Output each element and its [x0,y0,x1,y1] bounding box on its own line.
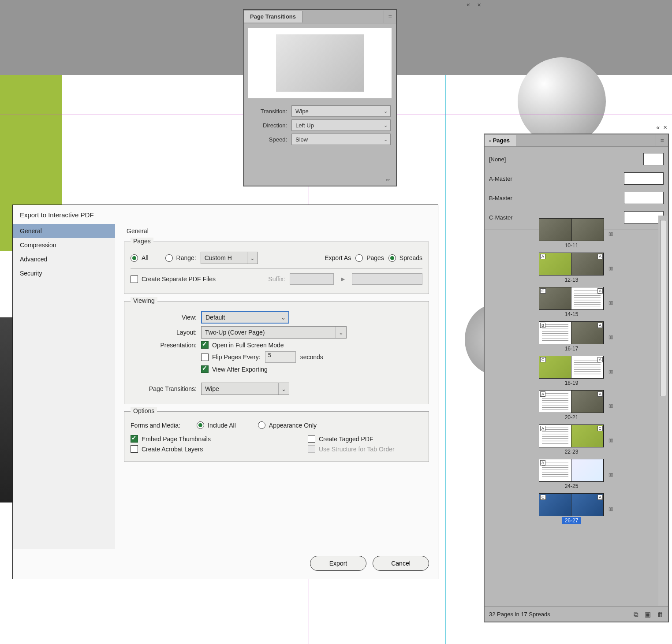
radio-dot-icon [388,254,396,262]
view-value: Default [205,314,225,321]
edit-page-size-icon[interactable]: ⧉ [634,610,638,618]
seconds-label: seconds [300,354,323,361]
radio-appearance-only[interactable]: Appearance Only [258,421,317,429]
spread[interactable]: ▯▯10-11 [539,218,604,249]
check-acrobat-layers[interactable]: Create Acrobat Layers [131,445,203,453]
transition-value: Wipe [295,108,309,115]
sidebar-item-security[interactable]: Security [13,266,115,280]
scrollbar-thumb[interactable] [660,220,666,396]
pages-tab[interactable]: Pages [485,135,516,146]
delete-page-icon[interactable]: 🗑 [657,610,664,618]
check-fullscreen[interactable]: Open in Full Screen Mode [201,341,284,349]
spread[interactable]: CA▯▯26-27 [539,493,604,524]
spread[interactable]: BA▯▯16-17 [539,321,604,352]
spread-thumb[interactable]: BA [539,321,604,344]
spread-thumb[interactable]: AC [539,424,604,447]
master-badge: A [540,254,545,259]
pages-tab-label: Pages [493,137,510,144]
radio-dot-icon [165,254,173,262]
cancel-button[interactable]: Cancel [373,556,429,571]
transition-preview [276,34,364,92]
radio-pages[interactable]: Pages [355,254,384,262]
direction-value: Left Up [295,122,314,129]
spread-thumb[interactable]: CA [539,493,604,516]
check-view-after[interactable]: View After Exporting [201,365,268,373]
panel-menu-icon[interactable]: ≡ [656,134,668,147]
spreads-section[interactable]: ▯▯10-11AA▯▯12-13CA▯▯14-15BA▯▯16-17CA▯▯18… [485,216,658,606]
radio-spreads-label: Spreads [399,254,422,261]
panel-menu-icon[interactable]: ≡ [384,11,396,23]
guide-vertical-cyan [445,75,446,644]
check-separate-files[interactable]: Create Separate PDF Files [131,275,216,283]
spread[interactable]: A▯▯24-25 [539,459,604,490]
radio-range[interactable]: Range: [165,254,196,262]
radio-include-all[interactable]: Include All [197,421,236,429]
page-transitions-tab[interactable]: Page Transitions [244,11,302,22]
panel-close-icon[interactable] [475,1,482,8]
spread[interactable]: AA▯▯20-21 [539,390,604,421]
spread-transition-icon: ▯▯ [609,300,613,305]
spread-label: 24-25 [562,483,581,490]
export-button[interactable]: Export [310,556,366,571]
spread-thumb[interactable]: AA [539,253,604,275]
spread-label: 20-21 [562,414,581,421]
master-badge: A [597,288,603,294]
speed-label: Speed: [249,136,287,143]
check-flip-pages[interactable]: Flip Pages Every: [201,354,261,361]
apply-to-all-spreads-icon[interactable]: ▫▫ [384,176,392,184]
radio-range-label: Range: [176,254,196,261]
speed-select[interactable]: Slow ⌄ [291,134,391,145]
checkbox-icon [201,341,209,349]
master-row[interactable]: A-Master [489,169,664,188]
spread-thumb[interactable] [539,218,604,241]
master-badge: C [597,426,603,431]
flip-label: Flip Pages Every: [212,354,261,361]
master-badge: A [597,391,603,397]
check-tagged-pdf[interactable]: Create Tagged PDF [308,435,422,443]
radio-all[interactable]: All [131,254,149,262]
appearance-only-label: Appearance Only [269,422,317,429]
new-page-icon[interactable]: ▣ [645,610,651,618]
pages-legend: Pages [131,238,153,245]
checkbox-icon [308,445,315,453]
chevron-down-icon [278,312,288,323]
spread[interactable]: CA▯▯18-19 [539,356,604,387]
direction-select[interactable]: Left Up ⌄ [291,119,391,131]
spread-thumb[interactable]: AA [539,390,604,413]
page-transitions-panel: Page Transitions ≡ Transition: Wipe ⌄ Di… [243,10,396,186]
page-thumb [571,459,604,481]
range-dropdown[interactable]: Custom H [201,252,258,264]
acrobat-layers-label: Create Acrobat Layers [142,446,203,453]
sidebar-item-advanced[interactable]: Advanced [13,252,115,266]
master-name: [None] [489,156,506,163]
page-transitions-dropdown[interactable]: Wipe [201,383,289,395]
page-thumb [539,219,572,241]
view-dropdown[interactable]: Default [201,311,289,324]
collapse-icon [489,137,490,144]
spread-transition-icon: ▯▯ [609,369,613,374]
spread-thumb[interactable]: CA [539,287,604,310]
check-embed-thumbs[interactable]: Embed Page Thumbnails [131,435,211,443]
flip-seconds-input[interactable]: 5 [265,351,296,363]
master-row[interactable]: B-Master [489,188,664,208]
panel-close-icon[interactable] [663,124,667,131]
panel-collapse-icon[interactable] [656,124,660,131]
chevron-down-icon: ⌄ [384,123,388,128]
panel-collapse-icon[interactable] [465,1,472,8]
transition-select[interactable]: Wipe ⌄ [291,105,391,117]
transition-label: Transition: [249,108,287,115]
ball-photo [518,57,606,145]
scrollbar[interactable] [658,216,668,606]
sidebar-item-general[interactable]: General [13,224,115,238]
spread-thumb[interactable]: A [539,459,604,482]
spread-thumb[interactable]: CA [539,356,604,379]
master-badge: A [540,460,545,465]
radio-spreads[interactable]: Spreads [388,254,422,262]
master-row[interactable]: [None] [489,149,664,169]
spread-label: 22-23 [562,448,581,455]
spread[interactable]: AC▯▯22-23 [539,424,604,455]
sidebar-item-compression[interactable]: Compression [13,238,115,252]
spread[interactable]: AA▯▯12-13 [539,253,604,283]
spread[interactable]: CA▯▯14-15 [539,287,604,318]
layout-dropdown[interactable]: Two-Up (Cover Page) [201,326,347,339]
